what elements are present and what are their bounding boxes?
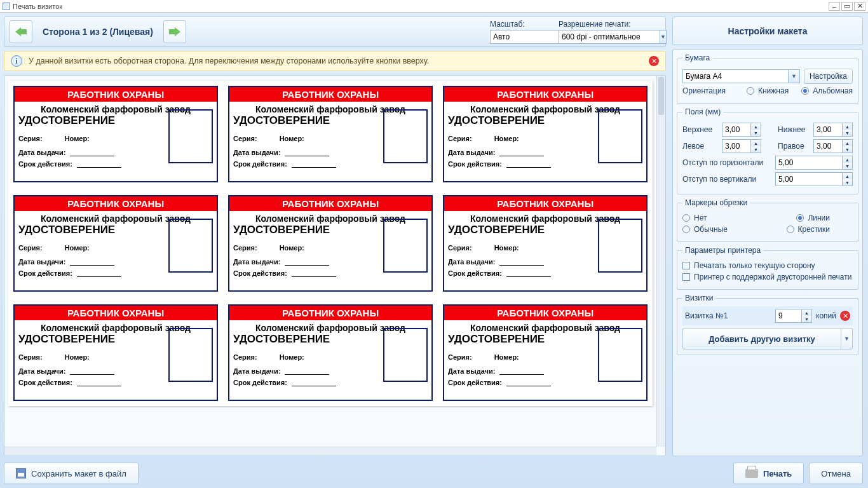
vpad-input[interactable] <box>775 172 843 186</box>
paper-group: Бумага ▼ Настройка Ориентация Книжная <box>677 53 858 104</box>
dpi-dropdown-button[interactable]: ▼ <box>660 30 667 44</box>
radio-crop-lines[interactable] <box>796 214 804 222</box>
hpad-input[interactable] <box>775 156 843 170</box>
info-icon: i <box>11 55 22 67</box>
card-preview: РАБОТНИК ОХРАНЫКоломенский фарфоровый за… <box>443 86 648 182</box>
window-titlebar: Печать визиток – ▭ ✕ <box>0 0 868 13</box>
printer-group: Параметры принтера Печатать только текущ… <box>677 246 858 290</box>
margins-legend: Поля (мм) <box>682 107 723 116</box>
margins-group: Поля (мм) Верхнее ▲▼ Нижнее ▲▼ Левое ▲▼ … <box>677 107 858 194</box>
page-indicator: Сторона 1 из 2 (Лицевая) <box>43 27 153 37</box>
paper-dropdown-button[interactable]: ▼ <box>789 69 800 83</box>
cards-group: Визитки Визитка №1 ▲▼ копий ✕ Добавить д… <box>677 294 858 355</box>
radio-crop-none[interactable] <box>682 214 690 222</box>
radio-landscape[interactable] <box>801 87 809 95</box>
margin-left-input[interactable] <box>722 139 751 153</box>
next-side-button[interactable] <box>163 20 186 43</box>
preview-viewport[interactable]: РАБОТНИК ОХРАНЫКоломенский фарфоровый за… <box>4 76 656 447</box>
app-icon <box>3 3 10 10</box>
info-bar: i У данной визитки есть оборотная сторон… <box>4 51 666 71</box>
paper-combo[interactable] <box>682 69 789 83</box>
card-preview: РАБОТНИК ОХРАНЫКоломенский фарфоровый за… <box>13 195 218 292</box>
remove-card-button[interactable]: ✕ <box>840 311 850 321</box>
info-text: У данной визитки есть оборотная сторона.… <box>29 57 429 65</box>
info-close-button[interactable]: ✕ <box>649 56 659 66</box>
card-preview: РАБОТНИК ОХРАНЫКоломенский фарфоровый за… <box>228 86 433 182</box>
close-button[interactable]: ✕ <box>854 2 865 11</box>
copies-input[interactable] <box>775 309 802 323</box>
arrow-left-icon <box>15 27 27 36</box>
card-preview: РАБОТНИК ОХРАНЫКоломенский фарфоровый за… <box>228 304 433 401</box>
card-preview: РАБОТНИК ОХРАНЫКоломенский фарфоровый за… <box>228 195 433 292</box>
toolbar: Сторона 1 из 2 (Лицевая) Масштаб: ▼ Разр… <box>4 17 666 47</box>
card-preview: РАБОТНИК ОХРАНЫКоломенский фарфоровый за… <box>443 195 648 292</box>
margin-right-input[interactable] <box>813 139 843 153</box>
prev-side-button[interactable] <box>10 20 32 43</box>
horizontal-scrollbar[interactable] <box>4 447 656 456</box>
check-current-only[interactable] <box>682 262 690 269</box>
paper-sheet: РАБОТНИК ОХРАНЫКоломенский фарфоровый за… <box>8 81 653 406</box>
print-button[interactable]: Печать <box>733 463 804 484</box>
margin-top-input[interactable] <box>722 123 751 137</box>
minimize-button[interactable]: – <box>829 2 840 11</box>
card-preview: РАБОТНИК ОХРАНЫКоломенский фарфоровый за… <box>13 304 218 401</box>
scale-label: Масштаб: <box>490 20 553 29</box>
disk-icon <box>16 468 26 478</box>
side-panel: Бумага ▼ Настройка Ориентация Книжная <box>672 49 863 456</box>
card-preview: РАБОТНИК ОХРАНЫКоломенский фарфоровый за… <box>13 86 218 182</box>
dpi-label: Разрешение печати: <box>559 20 660 29</box>
dpi-combo[interactable] <box>559 30 660 44</box>
printer-icon <box>745 469 758 478</box>
margin-bottom-input[interactable] <box>813 123 843 137</box>
crop-group: Маркеры обрезки Нет Линии Обычные Крести… <box>677 198 858 242</box>
card-row-1: Визитка №1 ▲▼ копий ✕ <box>682 306 853 325</box>
side-header: Настройки макета <box>672 17 863 45</box>
add-card-button[interactable]: Добавить другую визитку <box>682 328 841 349</box>
card-preview: РАБОТНИК ОХРАНЫКоломенский фарфоровый за… <box>443 304 648 401</box>
vertical-scrollbar[interactable] <box>656 76 665 447</box>
radio-crop-normal[interactable] <box>682 226 690 233</box>
save-layout-label: Сохранить макет в файл <box>31 469 126 478</box>
paper-config-button[interactable]: Настройка <box>804 69 853 84</box>
check-duplex[interactable] <box>682 273 690 281</box>
radio-portrait[interactable] <box>747 87 754 95</box>
cancel-button[interactable]: Отмена <box>809 463 863 484</box>
maximize-button[interactable]: ▭ <box>841 2 853 11</box>
preview-area: РАБОТНИК ОХРАНЫКоломенский фарфоровый за… <box>4 75 666 456</box>
arrow-right-icon <box>169 27 180 36</box>
radio-crop-cross[interactable] <box>787 226 794 233</box>
orientation-label: Ориентация <box>682 86 726 95</box>
save-layout-button[interactable]: Сохранить макет в файл <box>4 463 139 484</box>
paper-legend: Бумага <box>682 53 712 62</box>
add-card-dropdown[interactable]: ▼ <box>841 328 853 349</box>
window-title: Печать визиток <box>13 3 62 10</box>
